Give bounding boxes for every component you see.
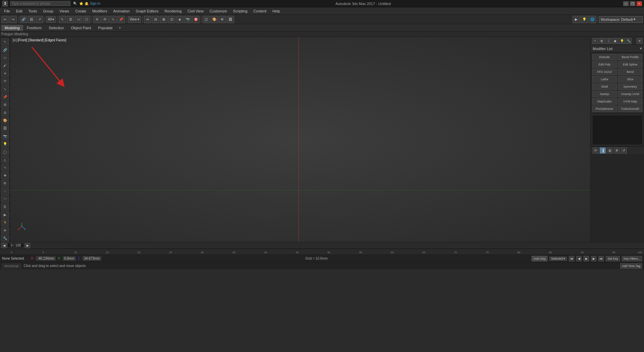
modifier-mapscaler[interactable]: MapScaler (592, 98, 617, 105)
sidebar-render-icon[interactable]: 🖼 (1, 125, 9, 132)
unlink-btn[interactable]: ⛓ (28, 16, 35, 23)
sidebar-light-icon[interactable]: 💡 (1, 140, 9, 147)
sidebar-paint-icon[interactable]: 🖌 (1, 62, 9, 69)
redo-btn[interactable]: ↪ (9, 16, 17, 23)
sidebar-shapes-icon[interactable]: ◯ (1, 148, 9, 155)
normal-align-btn[interactable]: ⊡ (168, 16, 175, 23)
render-quick-btn[interactable]: ▶ (573, 16, 580, 23)
menu-rendering[interactable]: Rendering (162, 8, 184, 14)
sidebar-system-icon[interactable]: ⚙ (1, 180, 9, 187)
rp-motion-btn[interactable]: ◉ (612, 38, 618, 44)
view-coord-dropdown[interactable]: View▾ (128, 16, 141, 23)
render-frame-btn[interactable]: 🖼 (227, 16, 234, 23)
modifier-extrude[interactable]: Extrude (592, 54, 617, 60)
workspace-dropdown[interactable]: Workspace: Default▾ (599, 16, 643, 23)
menu-tools[interactable]: Tools (26, 8, 40, 14)
menu-create[interactable]: Create (72, 8, 89, 14)
sidebar-geometry-icon[interactable]: △ (1, 156, 9, 163)
auto-key-btn[interactable]: Auto Key (532, 256, 547, 261)
sidebar-move-icon[interactable]: ✛ (1, 70, 9, 77)
prev-frame-btn[interactable]: ◀ (576, 256, 582, 261)
align-to-view-btn[interactable]: 🎯 (192, 16, 200, 23)
last-frame-btn[interactable]: ⏭ (598, 256, 604, 261)
fence-select-btn[interactable]: ⬡ (83, 16, 90, 23)
timeline-back-btn[interactable]: ◀ (1, 243, 7, 248)
material-editor-btn[interactable]: 🎨 (211, 16, 218, 23)
close-btn[interactable]: ✕ (637, 1, 642, 6)
menu-content[interactable]: Content (251, 8, 269, 14)
sign-in-btn[interactable]: Sign In (90, 2, 100, 5)
select-scale-btn[interactable]: ⤡ (109, 16, 117, 23)
modifier-uvw-map[interactable]: UVW Map (618, 98, 643, 105)
menu-customize[interactable]: Customize (207, 8, 230, 14)
first-frame-btn[interactable]: ⏮ (569, 256, 574, 261)
tab-object-paint[interactable]: Object Paint (68, 25, 95, 31)
modifier-ffd-2x2x2[interactable]: FFD 2x2x2 (592, 69, 617, 75)
add-time-tag-btn[interactable]: Add Time Tag (620, 263, 642, 269)
rp-create-btn[interactable]: + (592, 38, 598, 44)
selection-filter-dropdown[interactable]: All▾ (46, 16, 56, 23)
sidebar-cursor-icon[interactable]: ↖ (1, 38, 9, 45)
sidebar-motion-icon[interactable]: 🏃 (1, 219, 9, 226)
preview-active-btn[interactable]: ▐ (600, 147, 606, 153)
tab-selection[interactable]: Selection (45, 25, 67, 31)
modifier-sweep[interactable]: Sweep (592, 91, 617, 97)
sidebar-snap-icon[interactable]: ⊞ (1, 101, 9, 108)
menu-graph-editors[interactable]: Graph Editors (133, 8, 161, 14)
set-key-btn[interactable]: Set Key (606, 256, 620, 261)
rp-utility-btn[interactable]: 🔧 (626, 38, 632, 44)
select-rotate-btn[interactable]: ⟳ (101, 16, 109, 23)
preview-settings-btn[interactable]: ⚙ (614, 147, 620, 153)
select-by-name-btn[interactable]: ☰ (67, 16, 74, 23)
menu-scripting[interactable]: Scripting (230, 8, 250, 14)
align-camera-btn[interactable]: 📷 (184, 16, 192, 23)
sidebar-scale-icon[interactable]: ⤡ (1, 85, 9, 92)
sidebar-align-icon[interactable]: ⊟ (1, 109, 9, 116)
rp-modifier-btn[interactable]: ⊞ (599, 38, 605, 44)
tab-modeling[interactable]: Modeling (1, 25, 23, 31)
sidebar-display-icon[interactable]: 👁 (1, 227, 9, 234)
modifier-symmetry[interactable]: Symmetry (618, 83, 643, 90)
align-btn[interactable]: ⊟ (152, 16, 159, 23)
menu-edit[interactable]: Edit (13, 8, 25, 14)
sidebar-camera-icon[interactable]: 📷 (1, 133, 9, 140)
sidebar-link-icon[interactable]: 🔗 (1, 46, 9, 53)
menu-civil-view[interactable]: Civil View (185, 8, 206, 14)
quick-align-btn[interactable]: ⊠ (160, 16, 167, 23)
sidebar-animation-icon[interactable]: ▶ (1, 211, 9, 218)
sidebar-rotate-icon[interactable]: ⟳ (1, 78, 9, 85)
next-frame-btn[interactable]: ▶ (591, 256, 596, 261)
select-move-btn[interactable]: ✛ (93, 16, 101, 23)
rp-modifier-list-close[interactable]: ✕ (637, 38, 643, 44)
modifier-bevel-profile[interactable]: Bevel Profile (618, 54, 643, 60)
search-input[interactable] (10, 1, 70, 6)
modifier-list-dropdown-btn[interactable]: ▾ (640, 46, 642, 51)
sidebar-place-icon[interactable]: 📌 (1, 93, 9, 100)
preview-layout-btn[interactable]: ▥ (607, 147, 613, 153)
sidebar-helper-icon[interactable]: ✚ (1, 172, 9, 179)
menu-animation[interactable]: Animation (111, 8, 132, 14)
maximize-btn[interactable]: ❐ (630, 1, 635, 6)
env-effects-btn[interactable]: 🌐 (589, 16, 596, 23)
schematic-view-btn[interactable]: ◫ (203, 16, 210, 23)
sidebar-spline-icon[interactable]: ∿ (1, 164, 9, 171)
modifier-edit-poly[interactable]: Edit Poly (592, 61, 617, 68)
timeline-forward-btn[interactable]: ▶ (25, 243, 30, 248)
timeline-ruler[interactable]: 0 5 10 15 20 25 30 35 40 45 50 55 60 65 … (0, 249, 644, 255)
place-btn[interactable]: 📌 (117, 16, 125, 23)
menu-help[interactable]: Help (270, 8, 283, 14)
select-object-btn[interactable]: ↖ (59, 16, 66, 23)
undo-btn[interactable]: ↩ (1, 16, 9, 23)
modifier-edit-spline[interactable]: Edit Spline (618, 61, 643, 68)
link-btn[interactable]: 🔗 (20, 16, 27, 23)
bind-to-space-warp-btn[interactable]: ↗ (36, 16, 43, 23)
populate-dropdown-arrow[interactable]: ▾ (119, 26, 121, 30)
menu-file[interactable]: File (1, 8, 13, 14)
modifier-bend[interactable]: Bend (618, 69, 643, 75)
viewport-canvas[interactable]: [+] [Front] [Standard] [Edged Faces] (10, 37, 590, 242)
modifier-unwrap-uvw[interactable]: Unwrap UVW (618, 91, 643, 97)
sidebar-particles-icon[interactable]: ⁙ (1, 187, 9, 194)
modifier-prooptimizer[interactable]: ProOptimizer (592, 105, 617, 112)
tab-freeform[interactable]: Freeform (23, 25, 45, 31)
modifier-turbosmooth[interactable]: TurboSmooth (618, 105, 643, 112)
